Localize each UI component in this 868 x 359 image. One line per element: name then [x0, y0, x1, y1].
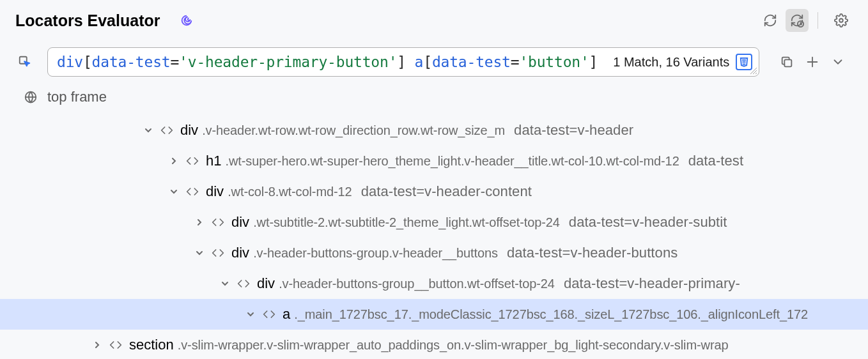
- copy-button[interactable]: [777, 52, 796, 72]
- more-dropdown-button[interactable]: [828, 52, 848, 72]
- element-tag: div: [231, 246, 249, 260]
- element-classes: .v-header.wt-row.wt-row_direction_row.wt…: [202, 124, 505, 137]
- tag-icon: [260, 308, 279, 321]
- resize-handle-icon: [750, 67, 757, 75]
- element-classes: .wt-super-hero.wt-super-hero_theme_light…: [225, 155, 679, 167]
- element-attr: data-test=v-header-primary-: [564, 277, 740, 291]
- tag-icon: [183, 185, 202, 198]
- element-classes: .v-slim-wrapper.v-slim-wrapper_auto_padd…: [178, 339, 729, 351]
- header-row: Locators Evaluator: [0, 9, 868, 32]
- search-row: div[data-test='v-header-primary-button']…: [0, 47, 868, 77]
- settings-button[interactable]: [830, 9, 853, 32]
- tag-icon: [183, 155, 202, 167]
- tree-row[interactable]: div.v-header-buttons-group.v-header__but…: [0, 238, 868, 268]
- frame-name[interactable]: top frame: [47, 89, 107, 105]
- tag-icon: [234, 277, 253, 290]
- app-root: Locators Evaluator: [0, 0, 868, 359]
- refresh-button[interactable]: [759, 9, 782, 32]
- add-button[interactable]: [803, 52, 822, 72]
- element-tag: a: [283, 307, 290, 321]
- chevron-down-icon[interactable]: [216, 280, 234, 287]
- tag-icon: [106, 339, 125, 351]
- match-summary: 1 Match, 16 Variants: [613, 55, 729, 70]
- chevron-down-icon[interactable]: [242, 310, 260, 318]
- actions-group: [777, 52, 848, 72]
- svg-rect-3: [785, 59, 792, 66]
- chevron-down-icon[interactable]: [139, 126, 157, 134]
- tree-row[interactable]: div.v-header.wt-row.wt-row_direction_row…: [0, 115, 868, 146]
- tree-row[interactable]: section.v-slim-wrapper.v-slim-wrapper_au…: [0, 330, 868, 359]
- tree-row[interactable]: div.wt-col-8.wt-col-md-12data-test=v-hea…: [0, 176, 868, 207]
- tree-row[interactable]: div.v-header-buttons-group__button.wt-of…: [0, 268, 868, 299]
- element-attr: data-test=v-header-content: [361, 185, 532, 199]
- dom-tree: div.v-header.wt-row.wt-row_direction_row…: [0, 115, 868, 359]
- tag-icon: [208, 247, 228, 259]
- element-classes: .v-header-buttons-group__button.wt-offse…: [279, 277, 555, 290]
- element-tag: h1: [206, 154, 221, 168]
- svg-point-1: [839, 19, 843, 22]
- tag-icon: [208, 216, 228, 229]
- chevron-right-icon[interactable]: [165, 157, 183, 165]
- element-tag: div: [257, 277, 275, 291]
- element-attr: data-test=v-header-buttons: [507, 246, 678, 260]
- element-classes: ._main_1727bsc_17._modeClassic_1727bsc_1…: [294, 308, 808, 321]
- separator: [818, 12, 818, 29]
- page-title: Locators Evaluator: [15, 11, 160, 30]
- tree-row[interactable]: a._main_1727bsc_17._modeClassic_1727bsc_…: [0, 299, 868, 330]
- element-classes: .v-header-buttons-group.v-header__button…: [253, 247, 498, 259]
- element-attr: data-test: [688, 154, 744, 168]
- chevron-right-icon[interactable]: [190, 218, 208, 226]
- globe-icon: [22, 88, 40, 106]
- element-classes: .wt-subtitle-2.wt-subtitle-2_theme_light…: [253, 216, 560, 229]
- tree-row[interactable]: h1.wt-super-hero.wt-super-hero_theme_lig…: [0, 146, 868, 176]
- spiral-icon: [178, 11, 196, 29]
- element-tag: div: [231, 215, 249, 229]
- tree-row[interactable]: div.wt-subtitle-2.wt-subtitle-2_theme_li…: [0, 207, 868, 238]
- element-attr: data-test=v-header: [514, 123, 633, 137]
- element-picker-icon[interactable]: [15, 52, 35, 72]
- chevron-down-icon[interactable]: [165, 188, 183, 195]
- chevron-down-icon[interactable]: [190, 249, 208, 257]
- locator-input[interactable]: div[data-test='v-header-primary-button']…: [47, 47, 759, 77]
- chevron-right-icon[interactable]: [88, 341, 106, 349]
- element-attr: data-test=v-header-subtit: [569, 215, 727, 229]
- element-classes: .wt-col-8.wt-col-md-12: [228, 185, 352, 198]
- element-tag: section: [129, 338, 174, 352]
- locator-text: div[data-test='v-header-primary-button']…: [57, 54, 598, 70]
- frame-row: top frame: [0, 88, 868, 106]
- element-tag: div: [180, 123, 198, 137]
- element-tag: div: [206, 185, 224, 199]
- tag-icon: [157, 124, 176, 137]
- refresh-history-button[interactable]: [786, 9, 809, 32]
